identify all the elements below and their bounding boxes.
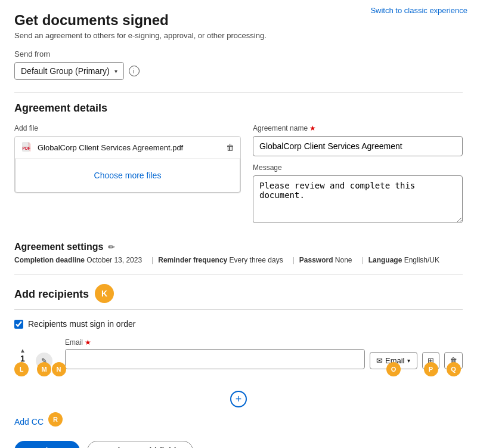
section-divider-3 bbox=[14, 309, 463, 310]
sign-in-order-checkbox[interactable] bbox=[14, 320, 23, 329]
annotation-l: L bbox=[14, 362, 29, 376]
send-from-label: Send from bbox=[14, 50, 463, 58]
message-input[interactable]: Please review and complete this document… bbox=[253, 175, 463, 223]
required-star: ★ bbox=[309, 124, 316, 132]
sign-in-order-row: Recipients must sign in order bbox=[14, 319, 463, 329]
annotation-p: P bbox=[424, 362, 438, 376]
agreement-settings-row: Agreement settings ✏ bbox=[14, 242, 463, 252]
annotation-q: Q bbox=[447, 362, 461, 376]
settings-details: Completion deadline October 13, 2023 | R… bbox=[14, 256, 463, 264]
settings-sep-1: | bbox=[151, 256, 153, 264]
message-label: Message bbox=[253, 163, 463, 172]
send-from-value: Default Group (Primary) bbox=[21, 66, 110, 76]
agreement-name-input[interactable] bbox=[253, 136, 463, 156]
password-key: Password bbox=[299, 256, 333, 264]
settings-sep-3: | bbox=[362, 256, 364, 264]
annotation-n: N bbox=[52, 362, 66, 376]
add-recipients-section: Add recipients K Recipients must sign in… bbox=[14, 284, 463, 431]
email-envelope-icon: ✉ bbox=[376, 356, 383, 365]
sign-in-order-label: Recipients must sign in order bbox=[28, 319, 136, 329]
email-input[interactable] bbox=[65, 349, 365, 369]
file-area: PDF GlobalCorp Client Services Agreement… bbox=[14, 136, 241, 193]
file-item: PDF GlobalCorp Client Services Agreement… bbox=[15, 137, 240, 159]
annotation-k: K bbox=[95, 284, 114, 303]
reminder-frequency-key: Reminder frequency bbox=[158, 256, 227, 264]
delete-file-icon[interactable]: 🗑 bbox=[226, 143, 234, 152]
agreement-settings-title: Agreement settings bbox=[14, 242, 103, 252]
password-val: None bbox=[335, 256, 352, 264]
choose-more-files-area: Choose more files bbox=[15, 159, 240, 193]
add-file-label: Add file bbox=[14, 124, 241, 132]
add-recipient-button[interactable]: + bbox=[230, 391, 247, 407]
section-divider-2 bbox=[14, 274, 463, 274]
file-name: GlobalCorp Client Services Agreement.pdf bbox=[38, 143, 221, 152]
choose-more-files-link[interactable]: Choose more files bbox=[94, 171, 162, 180]
pdf-icon: PDF bbox=[21, 141, 33, 153]
bottom-actions: Send now Preview & add fields bbox=[14, 441, 463, 448]
annotation-m: M bbox=[37, 362, 51, 376]
email-type-chevron: ▾ bbox=[407, 357, 410, 364]
up-arrow-icon[interactable]: ▲ bbox=[20, 348, 26, 354]
chevron-down-icon: ▾ bbox=[114, 68, 117, 75]
reminder-frequency-val: Every three days bbox=[230, 256, 283, 264]
switch-to-classic-link[interactable]: Switch to classic experience bbox=[370, 6, 467, 15]
settings-sep-2: | bbox=[293, 256, 295, 264]
completion-deadline-val: October 13, 2023 bbox=[86, 256, 142, 264]
send-from-select[interactable]: Default Group (Primary) ▾ bbox=[14, 62, 124, 80]
add-recipients-title: Add recipients bbox=[14, 288, 89, 301]
email-label: Email ★ bbox=[65, 338, 365, 347]
agreement-name-label: Agreement name ★ bbox=[253, 124, 463, 132]
language-key: Language bbox=[368, 256, 402, 264]
annotation-o: O bbox=[386, 362, 401, 376]
completion-deadline-key: Completion deadline bbox=[14, 256, 85, 264]
page-subtitle: Send an agreement to others for e-signin… bbox=[14, 31, 463, 40]
language-val: English/UK bbox=[404, 256, 439, 264]
preview-add-fields-button[interactable]: Preview & add fields bbox=[87, 441, 193, 448]
info-icon[interactable]: i bbox=[129, 66, 140, 76]
section-divider-1 bbox=[14, 92, 463, 92]
add-cc-link[interactable]: Add CC bbox=[14, 417, 44, 427]
send-now-button[interactable]: Send now bbox=[14, 441, 80, 448]
add-cc-row: Add CC R bbox=[14, 412, 463, 431]
edit-settings-icon[interactable]: ✏ bbox=[108, 242, 115, 252]
agreement-details-title: Agreement details bbox=[14, 102, 463, 115]
annotation-r: R bbox=[48, 412, 63, 427]
